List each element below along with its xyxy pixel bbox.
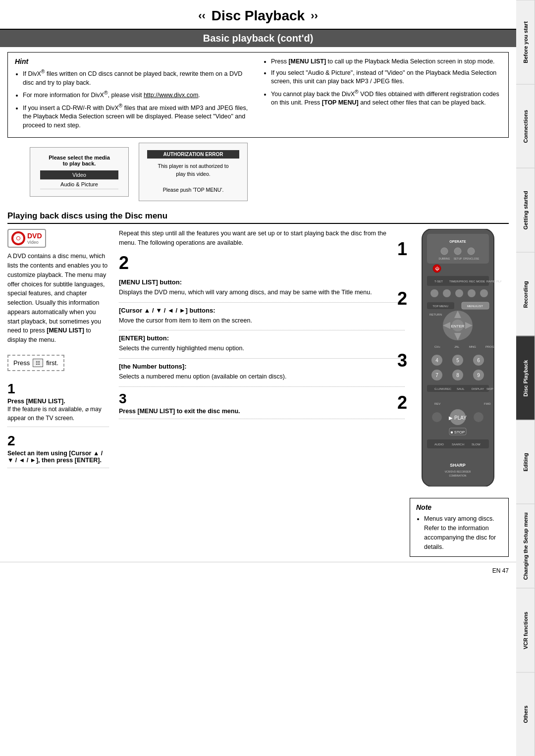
svg-text:⏻: ⏻ [435,267,439,271]
svg-text:■ STOP: ■ STOP [451,430,465,434]
tab-others[interactable]: Others [516,672,535,756]
svg-text:MENU/LIST: MENU/LIST [467,305,483,308]
step-3-title: Press [MENU LIST] to exit the disc menu. [119,408,405,415]
svg-text:JAL: JAL [454,345,460,348]
error-text: This player is not authorized to play th… [147,162,239,194]
svg-text:MNG: MNG [469,345,476,348]
cursor-desc: Move the cursor from item to item on the… [119,316,405,325]
menu-list-title: [MENU LIST] button: [119,278,405,286]
cursor-button: [Cursor ▲ / ▼ / ◄ / ►] buttons: Move the… [119,307,405,325]
section-header: Basic playback (cont'd) [0,30,516,47]
step-3: 3 Press [MENU LIST] to exit the disc men… [119,391,405,419]
svg-text:REC MODE: REC MODE [469,280,485,283]
svg-point-22 [480,289,488,297]
svg-point-7 [468,248,475,255]
step-1-title: Press [MENU LIST]. [7,398,109,405]
svg-point-5 [441,248,448,255]
cursor-title: [Cursor ▲ / ▼ / ◄ / ►] buttons: [119,307,405,314]
page-number: EN 47 [492,567,509,574]
enter-title: [ENTER] button: [119,334,405,342]
divider-1 [119,302,405,303]
svg-text:ENTER: ENTER [451,324,464,328]
tab-recording[interactable]: Recording [516,252,535,336]
svg-text:5: 5 [456,358,459,363]
badge-3: 3 [397,350,407,371]
svg-text:CH+: CH+ [434,345,441,348]
svg-text:DUBBING: DUBBING [439,257,450,260]
tab-before-you-start[interactable]: Before you start [516,0,535,84]
svg-text:6: 6 [477,358,480,363]
list-item: If you insert a CD-RW/-R with DivX® file… [23,103,253,130]
svg-text:SKIP: SKIP [486,387,493,390]
right-column: 1 2 3 2 OPERATE [410,229,509,557]
side-tabs: Before you start Connections Getting sta… [516,0,535,756]
svg-text:VCR/DVD RECORDER: VCR/DVD RECORDER [445,470,471,473]
screen-title-1: Please select the mediato play back. [40,155,118,166]
divider-2 [119,330,405,330]
svg-point-61 [474,412,483,422]
step-2-left: 2 Select an item using [Cursor ▲ / ▼ / ◄… [7,433,109,468]
dvd-sublabel: Video [27,240,42,245]
tab-changing-setup[interactable]: Changing the Setup menu [516,504,535,588]
hint-right-list: Press [MENU LIST] to call up the Playbac… [263,57,501,108]
tab-disc-playback[interactable]: Disc Playback [516,336,535,420]
svg-point-21 [468,289,476,297]
svg-point-6 [454,248,461,255]
divider-3 [119,358,405,359]
tab-getting-started[interactable]: Getting started [516,168,535,252]
svg-text:FWD: FWD [484,402,491,405]
note-list: Menus vary among discs. Refer to the inf… [416,514,502,551]
step-3-number: 3 [119,391,405,407]
svg-text:RETURN: RETURN [429,313,442,316]
screen-item-video: Video [40,170,118,180]
svg-text:SAUL: SAUL [457,387,465,390]
menu-list-button: [MENU LIST] button: Displays the DVD men… [119,278,405,297]
number-buttons: [the Number buttons]: Selects a numbered… [119,363,405,381]
svg-point-60 [432,412,442,422]
tab-vcr-functions[interactable]: VCR functions [516,588,535,672]
svg-text:4: 4 [435,358,438,363]
list-item: If you select "Audio & Picture", instead… [271,69,501,86]
step-2-left-title: Select an item using [Cursor ▲ / ▼ / ◄ /… [7,450,109,464]
press-first-container: Press ☷ first. [7,350,109,376]
intro-text: A DVD contains a disc menu, which lists … [7,252,109,345]
remote-control: OPERATE DUBBING SETUP OPEN/CLOSE ⏻ [415,229,501,486]
svg-text:COMBINATION: COMBINATION [449,474,467,477]
page-title: ‹‹ Disc Playback ›› [0,0,516,30]
error-title: AUTHORIZATION ERROR [147,150,239,159]
tab-editing[interactable]: Editing [516,420,535,504]
menu-icon: ☷ [33,359,43,367]
svg-text:PROG: PROG [485,345,494,348]
svg-text:T-SET: T-SET [434,280,443,283]
svg-text:REV: REV [434,402,440,405]
dvd-logo: DVD Video [7,229,46,248]
middle-column: Repeat this step until all the features … [114,229,410,425]
hint-left: Hint If DivX® files written on CD discs … [15,57,253,132]
screen-item-audio: Audio & Picture [40,180,118,189]
badge-4: 2 [397,392,407,413]
error-box: AUTHORIZATION ERROR This player is not a… [139,143,248,201]
divider-4 [119,386,405,387]
number-buttons-desc: Selects a numbered menu option (availabl… [119,372,405,381]
step-2-middle-row: 2 [119,253,405,273]
svg-point-19 [443,289,451,297]
step-2-middle-number: 2 [119,253,129,273]
svg-text:8: 8 [456,373,459,378]
title-arrow-right: ›› [311,9,318,22]
note-box: Note Menus vary among discs. Refer to th… [410,498,509,557]
svg-text:AUDIO: AUDIO [434,443,444,446]
svg-text:G.LINK/REC: G.LINK/REC [434,387,452,390]
title-arrow-left: ‹‹ [198,9,206,22]
svg-text:TIMER/PROG: TIMER/PROG [449,280,468,283]
number-buttons-title: [the Number buttons]: [119,363,405,370]
list-item: If DivX® files written on CD discs canno… [23,68,253,87]
hint-box: Hint If DivX® files written on CD discs … [7,52,509,138]
press-label: Press [13,359,30,367]
dvd-label: DVD [27,232,42,240]
svg-point-0 [13,233,24,244]
playing-section-title: Playing back discs using the Disc menu [7,211,509,224]
tab-connections[interactable]: Connections [516,84,535,168]
svg-text:SLOW: SLOW [472,443,481,446]
enter-button: [ENTER] button: Selects the currently hi… [119,334,405,353]
svg-text:SETUP: SETUP [454,257,462,260]
